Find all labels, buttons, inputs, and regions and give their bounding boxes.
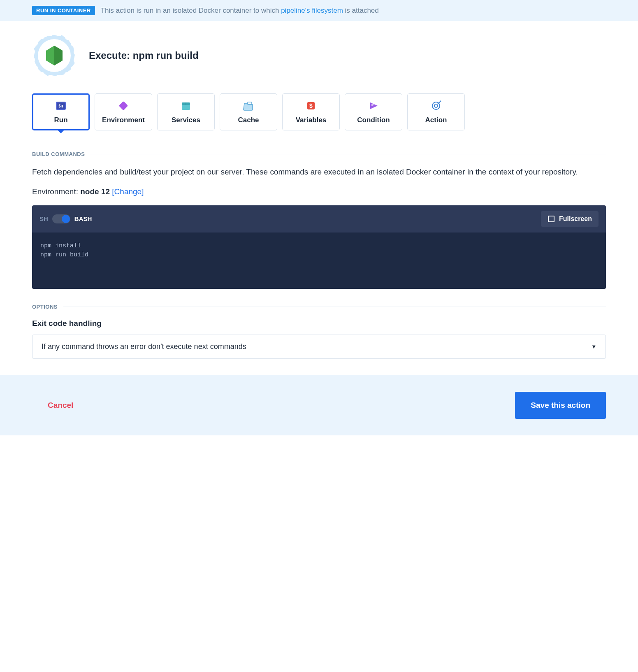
banner-badge: RUN IN CONTAINER [32, 6, 95, 15]
tab-run[interactable]: $▮ Run [32, 93, 90, 130]
action-title: Execute: npm run build [89, 50, 199, 61]
node-gear-icon [32, 33, 77, 78]
command-editor: SH BASH Fullscreen npm install npm run b… [32, 205, 606, 289]
tab-cache[interactable]: Cache [220, 93, 277, 130]
tab-label: Action [425, 116, 447, 124]
toggle-knob [62, 215, 70, 223]
cancel-button[interactable]: Cancel [48, 401, 73, 410]
diamond-icon [117, 100, 130, 112]
svg-rect-10 [248, 102, 252, 105]
build-description: Fetch dependencies and build/test your p… [32, 166, 606, 178]
shell-bash-label: BASH [74, 215, 92, 222]
svg-rect-19 [548, 216, 554, 222]
tab-label: Services [172, 116, 200, 124]
tab-label: Environment [102, 116, 145, 124]
chevron-down-icon: ▼ [591, 344, 596, 350]
svg-rect-6 [119, 101, 128, 111]
svg-text:IF: IF [371, 104, 374, 107]
build-commands-heading: BUILD COMMANDS [32, 151, 606, 157]
tab-bar: $▮ Run Environment Services [32, 93, 606, 130]
svg-text:$: $ [309, 102, 313, 109]
tab-variables[interactable]: $ Variables [282, 93, 340, 130]
shell-toggle-group: SH BASH [39, 214, 92, 223]
tab-label: Cache [238, 116, 259, 124]
tab-label: Condition [357, 116, 390, 124]
tab-action[interactable]: Action [407, 93, 465, 130]
editor-toolbar: SH BASH Fullscreen [32, 205, 606, 233]
fullscreen-icon [548, 215, 555, 223]
tab-label: Variables [296, 116, 327, 124]
environment-line: Environment: node 12 [Change] [32, 187, 606, 196]
terminal-icon: $▮ [55, 100, 67, 112]
action-header: Execute: npm run build [32, 33, 606, 78]
info-banner: RUN IN CONTAINER This action is run in a… [0, 0, 638, 21]
footer-bar: Cancel Save this action [0, 375, 638, 435]
folder-icon [242, 100, 255, 112]
svg-text:$▮: $▮ [58, 104, 63, 108]
shell-toggle[interactable] [52, 214, 70, 223]
options-heading: OPTIONS [32, 304, 606, 310]
dollar-icon: $ [305, 100, 317, 112]
shell-sh-label: SH [39, 215, 48, 222]
banner-text: This action is run in an isolated Docker… [101, 7, 379, 15]
exit-code-heading: Exit code handling [32, 319, 606, 328]
environment-value: node 12 [80, 187, 110, 196]
exit-code-value: If any command throws an error don't exe… [42, 342, 246, 351]
pipeline-filesystem-link[interactable]: pipeline's filesystem [281, 7, 343, 14]
save-button[interactable]: Save this action [515, 392, 606, 419]
tab-services[interactable]: Services [157, 93, 215, 130]
exit-code-select[interactable]: If any command throws an error don't exe… [32, 335, 606, 359]
svg-point-16 [434, 104, 438, 107]
fullscreen-button[interactable]: Fullscreen [541, 211, 599, 227]
change-environment-link[interactable]: [Change] [112, 187, 144, 196]
package-icon [180, 100, 192, 112]
tab-condition[interactable]: IF Condition [345, 93, 402, 130]
play-if-icon: IF [367, 100, 380, 112]
tab-label: Run [54, 116, 67, 124]
editor-code[interactable]: npm install npm run build [32, 233, 606, 289]
tab-environment[interactable]: Environment [95, 93, 152, 130]
target-icon [430, 100, 442, 112]
